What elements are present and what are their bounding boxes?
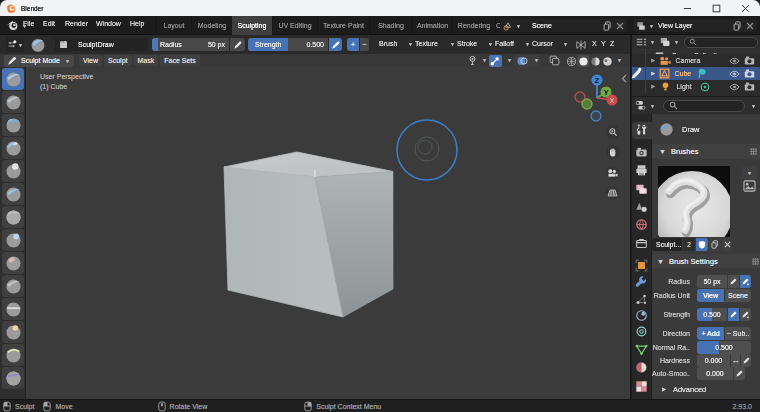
svg-text:Z: Z bbox=[595, 77, 600, 84]
svg-text:Y: Y bbox=[604, 89, 609, 96]
svg-text:X: X bbox=[610, 97, 615, 104]
